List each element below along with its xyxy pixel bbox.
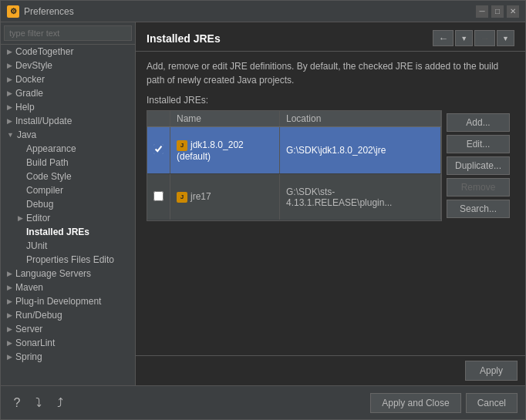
sidebar-item-gradle[interactable]: ▶Gradle	[1, 86, 135, 100]
import-button[interactable]: ⤵	[30, 395, 47, 412]
jre-table: Name Location Jjdk1.8.0_202 (default) G:…	[147, 111, 441, 220]
sidebar-item-installed-jres[interactable]: ▶Installed JREs	[1, 225, 135, 239]
duplicate-button[interactable]: Duplicate...	[447, 156, 510, 175]
tree-item-label: Java	[17, 129, 36, 140]
maximize-button[interactable]: □	[491, 5, 504, 18]
tree-item-label: Code Style	[26, 171, 72, 182]
sidebar-item-codetogether[interactable]: ▶CodeTogether	[1, 45, 135, 59]
sidebar-item-editor[interactable]: ▶Editor	[1, 211, 135, 225]
remove-button[interactable]: Remove	[447, 178, 510, 197]
cancel-button[interactable]: Cancel	[466, 393, 518, 413]
nav-back-dropdown[interactable]: ▼	[455, 30, 473, 46]
jre-icon: J	[177, 192, 187, 203]
col-checkbox	[147, 111, 170, 127]
tree-arrow: ▶	[7, 76, 12, 83]
search-button[interactable]: Search...	[447, 200, 510, 218]
tree-arrow: ▶	[7, 103, 12, 111]
preferences-window: ⚙ Preferences ─ □ ✕ ▶CodeTogether▶DevSty…	[0, 0, 526, 420]
window-title: Preferences	[24, 6, 476, 17]
window-icon: ⚙	[7, 5, 19, 18]
tree-item-label: Debug	[26, 199, 53, 210]
tree-item-label: Editor	[26, 213, 50, 223]
tree-item-label: Installed JREs	[26, 227, 89, 237]
nav-forward-dropdown[interactable]: ▼	[497, 30, 514, 46]
tree-item-label: Properties Files Edito	[26, 254, 114, 265]
tree-arrow: ▶	[7, 311, 12, 319]
table-row[interactable]: Jjre17 G:\SDK\sts-4.13.1.RELEASE\plugin.…	[147, 174, 440, 220]
sidebar-item-language-servers[interactable]: ▶Language Servers	[1, 267, 135, 281]
tree-arrow: ▶	[7, 89, 12, 97]
sidebar-item-compiler[interactable]: ▶Compiler	[1, 183, 135, 197]
panel-footer: Apply	[136, 355, 525, 385]
sidebar: ▶CodeTogether▶DevStyle▶Docker▶Gradle▶Hel…	[1, 22, 136, 385]
tree-item-label: JUnit	[26, 240, 47, 251]
edit-button[interactable]: Edit...	[447, 135, 510, 153]
bottom-right: Apply and Close Cancel	[370, 393, 518, 413]
sidebar-item-spring[interactable]: ▶Spring	[1, 350, 135, 364]
col-name: Name	[170, 111, 280, 127]
sidebar-item-devstyle[interactable]: ▶DevStyle	[1, 59, 135, 72]
apply-button[interactable]: Apply	[465, 361, 518, 381]
tree-arrow: ▶	[7, 270, 12, 277]
table-row[interactable]: Jjdk1.8.0_202 (default) G:\SDK\jdk1.8.0_…	[147, 127, 440, 174]
panel-header: Installed JREs ← ▼ → ▼	[136, 22, 525, 52]
row-checkbox-cell[interactable]	[147, 127, 170, 174]
sidebar-item-junit[interactable]: ▶JUnit	[1, 239, 135, 253]
sidebar-item-server[interactable]: ▶Server	[1, 322, 135, 336]
panel-description: Add, remove or edit JRE definitions. By …	[147, 59, 514, 87]
sidebar-item-build-path[interactable]: ▶Build Path	[1, 156, 135, 170]
tree-item-label: Help	[15, 102, 35, 113]
export-button[interactable]: ⤴	[52, 395, 69, 412]
sidebar-item-install-update[interactable]: ▶Install/Update	[1, 114, 135, 128]
close-button[interactable]: ✕	[507, 5, 519, 18]
row-name: Jjre17	[170, 174, 280, 220]
tree-item-label: Install/Update	[15, 116, 72, 126]
tree-arrow: ▶	[7, 48, 12, 55]
row-location: G:\SDK\sts-4.13.1.RELEASE\plugin...	[280, 174, 441, 220]
tree-arrow: ▶	[7, 339, 12, 347]
minimize-button[interactable]: ─	[476, 5, 488, 18]
window-controls: ─ □ ✕	[476, 5, 519, 18]
tree-arrow: ▶	[7, 62, 12, 69]
sidebar-item-java[interactable]: ▼Java	[1, 128, 135, 142]
search-input[interactable]	[4, 25, 132, 41]
side-buttons: Add... Edit... Duplicate... Remove Searc…	[442, 110, 514, 221]
section-label: Installed JREs:	[147, 95, 514, 106]
tree-item-label: Gradle	[15, 88, 43, 99]
tree-item-label: Run/Debug	[15, 310, 62, 321]
nav-back-button[interactable]: ←	[433, 30, 454, 46]
tree-item-label: Appearance	[26, 143, 76, 154]
nav-buttons: ← ▼ → ▼	[433, 30, 514, 46]
tree-arrow: ▶	[7, 297, 12, 305]
sidebar-item-sonarlint[interactable]: ▶SonarLint	[1, 336, 135, 350]
sidebar-item-plugin-development[interactable]: ▶Plug-in Development	[1, 294, 135, 308]
panel-title: Installed JREs	[147, 32, 221, 45]
sidebar-item-code-style[interactable]: ▶Code Style	[1, 170, 135, 183]
title-bar: ⚙ Preferences ─ □ ✕	[1, 1, 525, 22]
row-checkbox[interactable]	[153, 144, 164, 154]
apply-close-button[interactable]: Apply and Close	[370, 393, 460, 413]
tree-arrow: ▶	[18, 214, 23, 222]
help-button[interactable]: ?	[8, 395, 25, 412]
add-button[interactable]: Add...	[447, 113, 510, 132]
sidebar-item-properties-files[interactable]: ▶Properties Files Edito	[1, 253, 135, 267]
tree-arrow: ▶	[7, 284, 12, 291]
sidebar-item-run-debug[interactable]: ▶Run/Debug	[1, 308, 135, 322]
sidebar-item-debug[interactable]: ▶Debug	[1, 197, 135, 211]
row-checkbox[interactable]	[153, 191, 164, 201]
row-location: G:\SDK\jdk1.8.0_202\jre	[280, 127, 441, 174]
sidebar-item-appearance[interactable]: ▶Appearance	[1, 142, 135, 156]
main-content: ▶CodeTogether▶DevStyle▶Docker▶Gradle▶Hel…	[1, 22, 525, 385]
tree-item-label: Server	[15, 324, 42, 334]
tree-item-label: Plug-in Development	[15, 296, 101, 307]
tree-arrow: ▼	[7, 131, 14, 139]
right-panel: Installed JREs ← ▼ → ▼ Add, remove or ed…	[136, 22, 525, 385]
sidebar-item-help[interactable]: ▶Help	[1, 100, 135, 114]
sidebar-item-maven[interactable]: ▶Maven	[1, 281, 135, 294]
sidebar-item-docker[interactable]: ▶Docker	[1, 72, 135, 86]
col-location: Location	[280, 111, 441, 127]
row-checkbox-cell[interactable]	[147, 174, 170, 220]
tree-item-label: CodeTogether	[15, 46, 73, 57]
tree-item-label: Spring	[15, 351, 42, 362]
nav-forward-button[interactable]: →	[474, 30, 495, 46]
